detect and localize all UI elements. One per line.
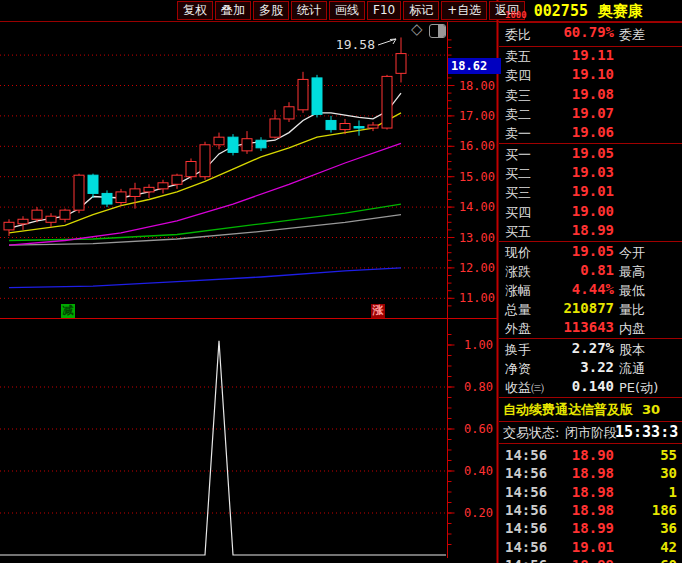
bid-row-2[interactable]: 买二19.03 [499, 164, 682, 183]
ask-row-4[interactable]: 卖四19.10 [499, 66, 682, 85]
info-row-4: 外盘113643内盘 [499, 319, 682, 338]
toolbar-button-统计[interactable]: 统计 [291, 1, 327, 20]
info-right-label: 最低 [619, 281, 645, 300]
toolbar-button-叠加[interactable]: 叠加 [215, 1, 251, 20]
info-value: 0.81 [499, 262, 614, 278]
price-axis: 18.0017.0016.0015.0014.0013.0012.0011.00 [448, 40, 496, 306]
info-right-label: 今开 [619, 243, 645, 262]
price-axis-label: 16.00 [459, 139, 495, 153]
price-axis-label: 13.00 [459, 231, 495, 245]
trade-status-row: 交易状态:闭市阶段15:33:3 [499, 423, 682, 443]
ask-price: 19.11 [499, 47, 614, 63]
bid-row-3[interactable]: 买三19.01 [499, 183, 682, 202]
indicator-axis-label: 1.00 [464, 338, 493, 352]
bid-row-1[interactable]: 买一19.05 [499, 145, 682, 164]
fund-right-label: PE(动) [619, 378, 658, 397]
trade-status-phase: 闭市阶段 [565, 423, 617, 443]
tick-volume: 36 [499, 520, 677, 536]
price-axis-label: 11.00 [459, 291, 495, 305]
info-value: 113643 [499, 319, 614, 335]
bid-price: 19.00 [499, 203, 614, 219]
tdx-trading-app: 18.0017.0016.0015.0014.0013.0012.0011.00… [0, 0, 682, 563]
ask-price: 19.07 [499, 105, 614, 121]
bid-row-4[interactable]: 买四19.00 [499, 203, 682, 222]
current-price-tag: 18.62 [448, 58, 501, 74]
tick-volume: 1 [499, 484, 677, 500]
info-row-3: 总量210877量比 [499, 300, 682, 319]
trade-status-label: 交易状态: [503, 423, 559, 443]
price-axis-label: 18.00 [459, 79, 495, 93]
panel-separator [499, 397, 682, 398]
tick-row-4[interactable]: 14:5618.9936 [499, 520, 682, 538]
toolbar-button-F10[interactable]: F10 [367, 1, 401, 20]
indicator-axis-label: 0.60 [464, 422, 493, 436]
bid-price: 19.01 [499, 183, 614, 199]
toolbar-button-+自选[interactable]: +自选 [441, 1, 487, 20]
tick-volume: 60 [499, 557, 677, 563]
info-row-0: 现价19.05今开 [499, 243, 682, 262]
info-value: 4.44% [499, 281, 614, 297]
toolbar-button-画线[interactable]: 画线 [329, 1, 365, 20]
bid-row-5[interactable]: 买五18.99 [499, 222, 682, 241]
price-axis-label: 15.00 [459, 170, 495, 184]
high-annotation-text: 19.58 [336, 37, 375, 52]
diamond-marker-icon[interactable]: ◇ [411, 20, 423, 38]
ask-row-5[interactable]: 卖五19.11 [499, 47, 682, 66]
candles-group [4, 37, 406, 236]
weicha-label: 委差 [619, 24, 645, 45]
fund-right-label: 股本 [619, 340, 645, 359]
fund-value: 2.27% [499, 340, 614, 356]
indicator-axis-label: 0.20 [464, 506, 493, 520]
ma-line-MA-long-blue [9, 268, 401, 288]
tick-row-5[interactable]: 14:5619.0142 [499, 539, 682, 557]
quote-panel: 委比60.79%委差卖五19.11卖四19.10卖三19.08卖二19.07卖一… [499, 0, 682, 563]
ad-text: 自动续费通达信普及版 30 [503, 399, 660, 420]
panel-separator [499, 443, 682, 444]
weibi-row: 委比60.79%委差 [499, 24, 682, 45]
split-window-icon-fill [438, 25, 445, 37]
indicator-axis: 1.000.800.600.400.20 [448, 335, 494, 545]
price-axis-label: 12.00 [459, 261, 495, 275]
info-row-1: 涨跌0.81最高 [499, 262, 682, 281]
fund-right-label: 流通 [619, 359, 645, 378]
tick-row-2[interactable]: 14:5618.981 [499, 484, 682, 502]
decrease-badge[interactable]: 减 [61, 304, 75, 318]
info-right-label: 量比 [619, 300, 645, 319]
ask-price: 19.08 [499, 86, 614, 102]
weibi-value: 60.79% [499, 24, 614, 40]
toolbar-button-标记[interactable]: 标记 [403, 1, 439, 20]
tick-row-1[interactable]: 14:5618.9830 [499, 465, 682, 483]
panel-separator [499, 338, 682, 339]
fund-row-0: 换手2.27%股本 [499, 340, 682, 359]
ask-row-1[interactable]: 卖一19.06 [499, 124, 682, 143]
tick-row-0[interactable]: 14:5618.9055 [499, 447, 682, 465]
fund-row-2: 收益㈢0.140PE(动) [499, 378, 682, 397]
panel-separator [499, 421, 682, 422]
tick-volume: 186 [499, 502, 677, 518]
increase-badge[interactable]: 涨 [371, 304, 385, 318]
toolbar-button-复权[interactable]: 复权 [177, 1, 213, 20]
trade-status-time: 15:33:3 [615, 423, 678, 441]
price-axis-label: 14.00 [459, 200, 495, 214]
ask-row-3[interactable]: 卖三19.08 [499, 86, 682, 105]
ask-row-2[interactable]: 卖二19.07 [499, 105, 682, 124]
tick-row-6[interactable]: 14:5618.9960 [499, 557, 682, 563]
bid-price: 19.03 [499, 164, 614, 180]
tick-volume: 42 [499, 539, 677, 555]
toolbar-button-多股[interactable]: 多股 [253, 1, 289, 20]
fund-row-1: 净资3.22流通 [499, 359, 682, 378]
panel-separator [499, 241, 682, 242]
tick-volume: 55 [499, 447, 677, 463]
indicator-axis-label: 0.80 [464, 380, 493, 394]
bid-price: 19.05 [499, 145, 614, 161]
fund-value: 0.140 [499, 378, 614, 394]
info-value: 19.05 [499, 243, 614, 259]
tick-row-3[interactable]: 14:5618.98186 [499, 502, 682, 520]
ad-banner[interactable]: 自动续费通达信普及版 30 [499, 399, 682, 420]
info-value: 210877 [499, 300, 614, 316]
bid-price: 18.99 [499, 222, 614, 238]
split-window-icon[interactable] [429, 24, 446, 38]
info-right-label: 内盘 [619, 319, 645, 338]
info-row-2: 涨幅4.44%最低 [499, 281, 682, 300]
info-right-label: 最高 [619, 262, 645, 281]
